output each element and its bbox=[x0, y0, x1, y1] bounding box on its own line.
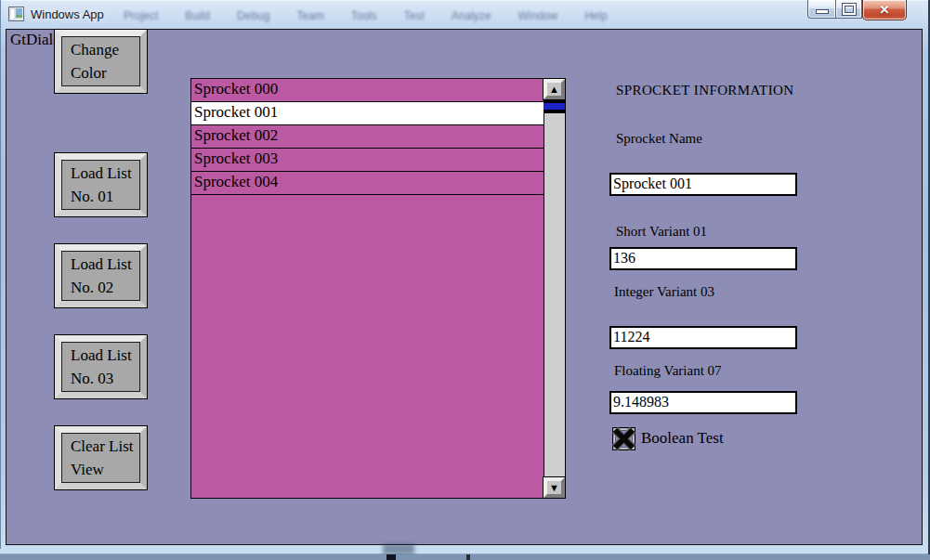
floating-variant-field-wrap bbox=[609, 391, 797, 414]
list-item[interactable]: Sprocket 002 bbox=[191, 125, 544, 149]
floating-variant-label: Floating Variant 07 bbox=[614, 363, 722, 379]
info-panel-heading: SPROCKET INFORMATION bbox=[616, 83, 794, 98]
dialog-client-area: GtDialog Load List No. 01 Load List No. … bbox=[6, 29, 923, 545]
list-item[interactable]: Sprocket 003 bbox=[191, 149, 544, 172]
integer-variant-input[interactable] bbox=[609, 326, 797, 349]
minimize-icon bbox=[816, 9, 829, 14]
sprocket-name-field-wrap bbox=[609, 173, 797, 196]
load-list-01-button[interactable]: Load List No. 01 bbox=[55, 153, 147, 216]
ghost-menu-item: Test bbox=[404, 9, 425, 22]
app-window: Windows App Project Build Debug Team Too… bbox=[0, 0, 930, 554]
clear-list-view-button[interactable]: Clear List View bbox=[55, 426, 147, 489]
window-left-edge bbox=[0, 0, 1, 549]
ghost-menu-item: Help bbox=[584, 9, 608, 22]
glass-reflection-smudge bbox=[383, 544, 414, 554]
minimize-button[interactable] bbox=[807, 0, 835, 19]
ghost-menu-item: Project bbox=[124, 9, 158, 22]
window-title: Windows App bbox=[31, 7, 104, 21]
titlebar[interactable]: Windows App Project Build Debug Team Too… bbox=[0, 0, 930, 29]
list-item[interactable]: Sprocket 000 bbox=[191, 79, 544, 102]
change-color-button[interactable]: Change Color bbox=[55, 30, 147, 93]
app-icon bbox=[8, 7, 24, 21]
arrow-up-icon: ▲ bbox=[549, 85, 559, 95]
load-list-02-button[interactable]: Load List No. 02 bbox=[55, 244, 147, 307]
short-variant-label: Short Variant 01 bbox=[616, 224, 707, 240]
list-item[interactable]: Sprocket 004 bbox=[191, 172, 544, 195]
background-mark bbox=[466, 554, 470, 560]
floating-variant-input[interactable] bbox=[609, 391, 797, 414]
listbox-scrollbar[interactable]: ▲ ▼ bbox=[544, 79, 565, 498]
integer-variant-label: Integer Variant 03 bbox=[614, 284, 714, 300]
sprocket-name-label: Sprocket Name bbox=[616, 131, 702, 147]
ghost-menu-item: Window bbox=[518, 9, 558, 22]
ghost-menu-item: Build bbox=[185, 9, 210, 22]
scroll-down-button[interactable]: ▼ bbox=[544, 477, 565, 498]
maximize-icon bbox=[843, 4, 856, 15]
short-variant-input[interactable] bbox=[609, 247, 797, 270]
sprocket-listbox: Sprocket 000 Sprocket 001 Sprocket 002 S… bbox=[190, 78, 566, 499]
boolean-test-label: Boolean Test bbox=[641, 429, 724, 448]
background-menubar: Project Build Debug Team Tools Test Anal… bbox=[124, 9, 608, 22]
area-below-window bbox=[0, 554, 930, 560]
close-button[interactable]: ✕ bbox=[862, 0, 907, 20]
sprocket-name-input[interactable] bbox=[609, 173, 797, 196]
list-item[interactable]: Sprocket 001 bbox=[191, 102, 544, 125]
listbox-empty-area[interactable] bbox=[191, 195, 544, 498]
close-icon: ✕ bbox=[880, 3, 890, 17]
ghost-menu-item: Debug bbox=[237, 9, 269, 22]
maximize-button[interactable] bbox=[835, 0, 862, 19]
short-variant-field-wrap bbox=[609, 247, 797, 270]
load-list-03-button[interactable]: Load List No. 03 bbox=[55, 335, 147, 398]
arrow-down-icon: ▼ bbox=[549, 483, 559, 493]
ghost-menu-item: Tools bbox=[351, 9, 377, 22]
background-mark bbox=[386, 554, 396, 560]
integer-variant-field-wrap bbox=[609, 326, 797, 349]
boolean-test-checkbox[interactable] bbox=[612, 427, 635, 450]
ghost-menu-item: Team bbox=[296, 9, 323, 22]
scrollbar-thumb[interactable] bbox=[544, 100, 565, 113]
ghost-menu-item: Analyze bbox=[452, 9, 491, 22]
window-controls: ✕ bbox=[807, 0, 907, 20]
scroll-up-button[interactable]: ▲ bbox=[544, 79, 565, 99]
